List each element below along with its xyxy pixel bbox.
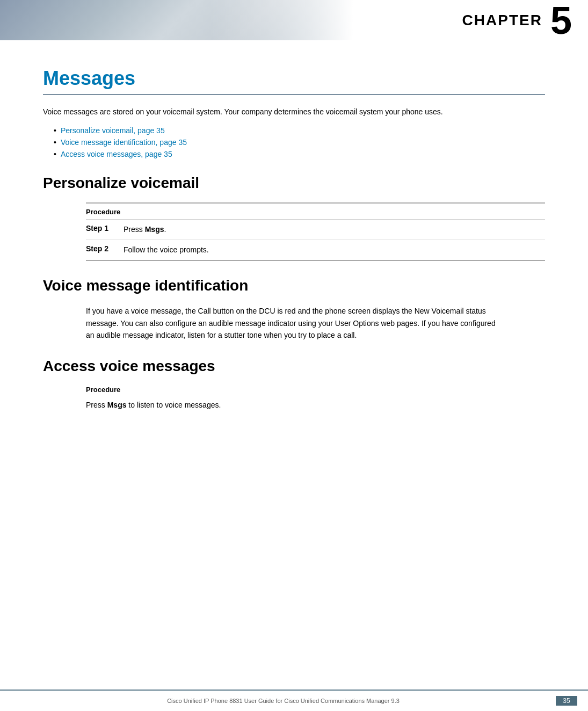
link-personalize-voicemail[interactable]: Personalize voicemail, page 35 xyxy=(61,126,165,135)
page-title: Messages xyxy=(43,67,545,90)
page-footer: Cisco Unified IP Phone 8831 User Guide f… xyxy=(0,690,588,711)
voice-id-body: If you have a voice message, the Call bu… xyxy=(86,305,499,341)
step-row-2: Step 2 Follow the voice prompts. xyxy=(86,240,545,260)
step-label-1: Step 1 xyxy=(86,224,124,233)
list-item[interactable]: Voice message identification, page 35 xyxy=(54,138,545,147)
chapter-label-area: CHAPTER 5 xyxy=(462,0,588,40)
content-area: Messages Voice messages are stored on yo… xyxy=(0,40,588,454)
section-heading-personalize: Personalize voicemail xyxy=(43,175,545,192)
msgs-bold-2: Msgs xyxy=(107,401,127,409)
step-row-1: Step 1 Press Msgs. xyxy=(86,220,545,240)
list-item[interactable]: Personalize voicemail, page 35 xyxy=(54,126,545,135)
intro-text: Voice messages are stored on your voicem… xyxy=(43,106,499,118)
step-content-1: Press Msgs. xyxy=(124,224,166,235)
chapter-number: 5 xyxy=(550,1,572,40)
bullet-list: Personalize voicemail, page 35 Voice mes… xyxy=(54,126,545,158)
page-number: 35 xyxy=(556,696,577,706)
link-voice-message-id[interactable]: Voice message identification, page 35 xyxy=(61,138,187,147)
header-image xyxy=(0,0,353,40)
footer-text: Cisco Unified IP Phone 8831 User Guide f… xyxy=(11,698,556,704)
section-heading-access: Access voice messages xyxy=(43,358,545,375)
section-heading-voice-id: Voice message identification xyxy=(43,277,545,294)
step-label-2: Step 2 xyxy=(86,244,124,253)
title-rule xyxy=(43,94,545,95)
page-container: CHAPTER 5 Messages Voice messages are st… xyxy=(0,0,588,711)
link-access-voice-messages[interactable]: Access voice messages, page 35 xyxy=(61,150,172,158)
procedure-label-access: Procedure xyxy=(86,386,545,394)
procedure-steps-personalize: Step 1 Press Msgs. Step 2 Follow the voi… xyxy=(86,220,545,261)
chapter-header: CHAPTER 5 xyxy=(0,0,588,40)
msgs-bold-1: Msgs xyxy=(145,225,164,234)
procedure-label-personalize: Procedure xyxy=(86,204,545,220)
procedure-text-access: Press Msgs to listen to voice messages. xyxy=(86,399,545,411)
step-content-2: Follow the voice prompts. xyxy=(124,244,209,256)
chapter-label: CHAPTER xyxy=(462,12,542,29)
procedure-box-personalize: Procedure Step 1 Press Msgs. Step 2 Foll… xyxy=(86,202,545,261)
list-item[interactable]: Access voice messages, page 35 xyxy=(54,150,545,158)
